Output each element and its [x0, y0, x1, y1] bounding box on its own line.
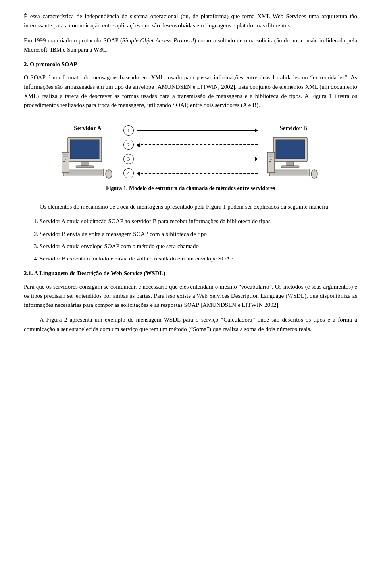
- arrow-circle-3: 3: [123, 154, 134, 164]
- figure-1-caption: Figura 1. Modelo de estrutura da chamada…: [52, 184, 329, 193]
- section-2-heading: 2. O protocolo SOAP: [24, 60, 357, 69]
- arrow-circle-1: 1: [123, 125, 134, 136]
- server-a-label: Servidor A: [74, 124, 101, 133]
- arrow-row-4: 4: [123, 168, 258, 178]
- svg-rect-9: [63, 154, 68, 155]
- arrow-row-2: 2: [123, 140, 258, 150]
- numbered-list: Servidor A envia solicitação SOAP ao ser…: [40, 217, 357, 263]
- svg-rect-2: [81, 162, 88, 166]
- svg-point-24: [270, 159, 272, 160]
- svg-rect-23: [269, 156, 273, 157]
- figure-arrows: 1 2 3 4: [123, 125, 258, 178]
- server-b-block: Servidor B: [262, 124, 325, 180]
- paragraph-1: É essa característica de independência d…: [24, 12, 357, 31]
- svg-rect-22: [269, 154, 273, 155]
- paragraph-6: A Figura 2 apresenta um exemplo de mensa…: [24, 315, 357, 334]
- figure-caption-text: Modelo de estrutura da chamada de método…: [127, 185, 275, 191]
- arrow-line-3: [137, 159, 258, 159]
- subsection-2-1-heading: 2.1. A Linguagem de Descrição de Web Ser…: [24, 269, 357, 278]
- list-item-2: Servidor B envia de volta a mensagem SOA…: [40, 230, 357, 239]
- figure-1-container: Servidor A: [48, 117, 333, 199]
- server-a-block: Servidor A: [56, 124, 119, 180]
- svg-point-11: [65, 159, 66, 160]
- svg-rect-16: [281, 166, 299, 168]
- paragraph-2: Em 1999 era criado o protocolo SOAP (Sim…: [24, 36, 357, 55]
- svg-rect-5: [66, 170, 102, 174]
- svg-rect-1: [70, 140, 99, 159]
- svg-rect-10: [63, 156, 68, 157]
- svg-rect-12: [63, 161, 65, 162]
- arrow-line-4: [137, 173, 258, 174]
- soap-protocol-name: Simple Objet Access Protocol: [122, 37, 194, 44]
- server-b-computer-icon: [267, 136, 319, 180]
- arrow-circle-2: 2: [123, 140, 134, 150]
- svg-rect-14: [276, 140, 305, 159]
- list-item-1: Servidor A envia solicitação SOAP ao ser…: [40, 217, 357, 226]
- svg-rect-25: [269, 161, 271, 162]
- paragraph-5: Para que os servidores consigam se comun…: [24, 282, 357, 310]
- svg-rect-15: [287, 162, 294, 166]
- arrow-circle-4: 4: [123, 168, 134, 178]
- figure-1-inner: Servidor A: [52, 124, 329, 180]
- list-item-3: Servidor A envia envelope SOAP com o mét…: [40, 242, 357, 251]
- list-item-4: Servidor B executa o método e envia de v…: [40, 254, 357, 263]
- arrow-row-1: 1: [123, 125, 258, 136]
- svg-rect-18: [271, 170, 307, 174]
- svg-rect-3: [76, 166, 94, 168]
- arrow-line-1: [137, 130, 258, 131]
- server-b-label: Servidor B: [279, 124, 307, 133]
- arrow-line-2: [137, 144, 258, 145]
- arrow-row-3: 3: [123, 154, 258, 164]
- figure-caption-bold: Figura 1.: [106, 185, 127, 191]
- paragraph-3: O SOAP é um formato de mensagens baseado…: [24, 73, 357, 110]
- server-a-computer-icon: [62, 136, 114, 180]
- paragraph-4: Os elementos do mecanismo de troca de me…: [24, 202, 357, 211]
